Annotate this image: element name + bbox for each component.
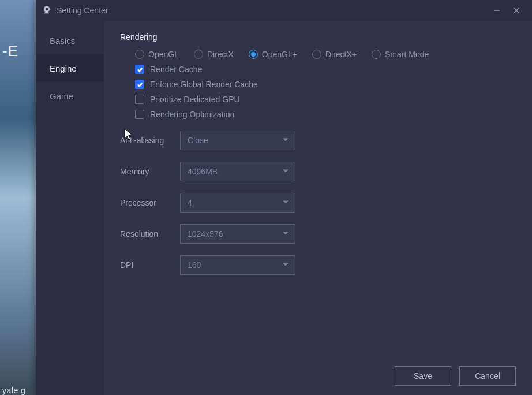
row-anti-aliasing: Anti-aliasing Close — [120, 131, 516, 150]
radio-smart-mode[interactable]: Smart Mode — [372, 50, 429, 59]
settings-dialog: Setting Center Basics Engine Game Render… — [36, 0, 532, 395]
sidebar-item-game[interactable]: Game — [36, 82, 104, 110]
sidebar-item-basics[interactable]: Basics — [36, 27, 104, 54]
checkbox-icon — [135, 65, 144, 74]
checkbox-icon — [135, 110, 144, 119]
section-title-rendering: Rendering — [120, 32, 516, 42]
select-value: 160 — [188, 260, 201, 270]
chevron-down-icon — [282, 136, 289, 145]
dialog-footer: Save Cancel — [120, 360, 516, 386]
row-memory: Memory 4096MB — [120, 162, 516, 181]
checkbox-label: Rendering Optimization — [150, 110, 234, 119]
radio-label: OpenGL+ — [262, 50, 297, 59]
select-resolution[interactable]: 1024x576 — [180, 224, 295, 244]
checkbox-prioritize-dedicated-gpu[interactable]: Prioritize Dedicated GPU — [135, 95, 516, 104]
radio-label: DirectX+ — [325, 50, 357, 59]
row-dpi: DPI 160 — [120, 255, 516, 275]
label-resolution: Resolution — [120, 229, 180, 239]
sidebar-item-engine[interactable]: Engine — [36, 54, 104, 82]
label-anti-aliasing: Anti-aliasing — [120, 136, 180, 145]
radio-opengl[interactable]: OpenGL — [135, 50, 179, 59]
checkbox-icon — [135, 80, 144, 89]
select-value: Close — [188, 136, 208, 145]
dialog-body: Basics Engine Game Rendering OpenGL Dire… — [36, 21, 532, 395]
checkbox-label: Prioritize Dedicated GPU — [150, 95, 240, 104]
chevron-down-icon — [282, 167, 289, 176]
select-value: 1024x576 — [188, 229, 223, 239]
checkbox-enforce-global-render-cache[interactable]: Enforce Global Render Cache — [135, 80, 516, 89]
checkbox-label: Enforce Global Render Cache — [150, 80, 258, 89]
radio-directx[interactable]: DirectX — [194, 50, 234, 59]
app-icon — [42, 5, 52, 16]
radio-label: OpenGL — [148, 50, 179, 59]
rendering-mode-radios: OpenGL DirectX OpenGL+ DirectX+ Smart Mo… — [135, 50, 516, 59]
label-memory: Memory — [120, 167, 180, 176]
row-resolution: Resolution 1024x576 — [120, 224, 516, 244]
radio-label: DirectX — [207, 50, 234, 59]
radio-opengl-plus[interactable]: OpenGL+ — [249, 50, 297, 59]
label-processor: Processor — [120, 198, 180, 207]
row-processor: Processor 4 — [120, 193, 516, 213]
radio-dot-icon — [312, 50, 321, 59]
radio-dot-icon — [372, 50, 381, 59]
radio-directx-plus[interactable]: DirectX+ — [312, 50, 357, 59]
select-dpi[interactable]: 160 — [180, 255, 295, 275]
rendering-checkboxes: Render Cache Enforce Global Render Cache… — [135, 65, 516, 119]
checkbox-icon — [135, 95, 144, 104]
background-side-text: -E — [2, 42, 18, 60]
chevron-down-icon — [282, 260, 289, 270]
select-value: 4 — [188, 198, 192, 207]
select-memory[interactable]: 4096MB — [180, 162, 295, 181]
cancel-button[interactable]: Cancel — [459, 366, 516, 386]
radio-dot-icon — [135, 50, 144, 59]
content-pane: Rendering OpenGL DirectX OpenGL+ DirectX… — [104, 21, 532, 395]
checkbox-render-cache[interactable]: Render Cache — [135, 65, 516, 74]
window-title: Setting Center — [57, 6, 108, 15]
sidebar: Basics Engine Game — [36, 21, 104, 395]
radio-dot-icon — [194, 50, 203, 59]
select-anti-aliasing[interactable]: Close — [180, 131, 295, 150]
titlebar: Setting Center — [36, 0, 532, 21]
select-value: 4096MB — [188, 167, 218, 176]
background-bottom-text: yale g — [2, 386, 25, 395]
settings-form: Anti-aliasing Close Memory 4096MB Proces… — [120, 131, 516, 275]
chevron-down-icon — [282, 198, 289, 207]
checkbox-rendering-optimization[interactable]: Rendering Optimization — [135, 110, 516, 119]
select-processor[interactable]: 4 — [180, 193, 295, 213]
chevron-down-icon — [282, 229, 289, 239]
close-button[interactable] — [507, 2, 526, 18]
checkbox-label: Render Cache — [150, 65, 202, 74]
label-dpi: DPI — [120, 260, 180, 270]
save-button[interactable]: Save — [395, 366, 451, 386]
radio-dot-icon — [249, 50, 258, 59]
radio-label: Smart Mode — [385, 50, 429, 59]
minimize-button[interactable] — [487, 2, 507, 18]
